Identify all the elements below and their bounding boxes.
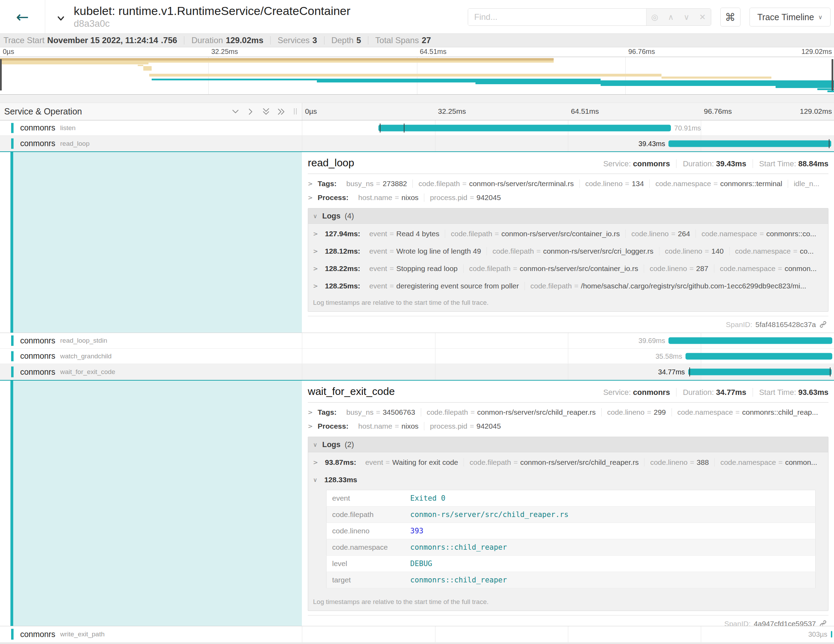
chevron-right-icon: >: [313, 283, 318, 290]
tags-label: Tags:: [318, 180, 336, 188]
span-bar[interactable]: [668, 338, 832, 344]
span-bar[interactable]: [668, 140, 831, 147]
chevron-right-icon: >: [313, 265, 318, 272]
find-input[interactable]: [468, 9, 646, 25]
keyboard-shortcuts-button[interactable]: ⌘: [720, 8, 740, 26]
service-label: Service:: [603, 159, 630, 168]
divider: [270, 36, 271, 45]
log-marker-tick: [380, 123, 380, 133]
span-bar[interactable]: [685, 353, 832, 359]
kv-pair: code.lineno=140: [659, 247, 729, 256]
span-color-bar: [10, 152, 13, 333]
trace-view-label: Trace Timeline: [758, 12, 814, 22]
span-name-cell[interactable]: conmonrsread_loop: [0, 136, 302, 151]
span-detail-wait-for-exit-code: wait_for_exit_code Service: conmonrsDura…: [0, 380, 834, 626]
kv-pair: event=Stopping read loop: [364, 264, 463, 273]
span-detail-title: read_loop: [308, 157, 354, 169]
minimap-span-bar: [143, 66, 152, 71]
span-row-write-exit-path[interactable]: conmonrswrite_exit_path 303µs: [0, 626, 834, 642]
viewport-handle-left[interactable]: [0, 59, 2, 91]
span-row-read-loop-stdin[interactable]: conmonrsread_loop_stdin 39.69ms: [0, 333, 834, 349]
span-bar[interactable]: [688, 369, 832, 375]
logs-accordion-header[interactable]: ∨ Logs (4): [308, 209, 828, 224]
chevron-right-icon: >: [313, 248, 318, 255]
service-value: conmonrs: [633, 159, 670, 168]
span-row-listen[interactable]: conmonrslisten 70.91ms: [0, 120, 834, 136]
trace-timeline-page: ← kubelet: runtime.v1.RuntimeService/Cre…: [0, 0, 834, 644]
copy-link-button[interactable]: [819, 320, 827, 328]
copy-link-button[interactable]: [819, 620, 827, 626]
duration-label: Duration:: [683, 159, 714, 168]
kv-pair: process.pid=942045: [424, 193, 506, 202]
log-entry[interactable]: >93.87ms:event=Waiting for exit codecode…: [308, 454, 828, 471]
column-resize-grip[interactable]: [293, 106, 298, 117]
log-entry[interactable]: >128.12ms:event=Wrote log line of length…: [308, 243, 828, 260]
command-icon: ⌘: [725, 11, 735, 23]
chevron-down-icon: ∨: [313, 441, 317, 448]
span-name-cell[interactable]: conmonrswait_for_exit_code: [0, 364, 302, 380]
span-duration-label: 303µs: [808, 630, 828, 638]
collapse-all-double-chevron-down-icon[interactable]: [261, 107, 271, 117]
kv-pair: event=Wrote log line of length 49: [364, 247, 486, 256]
span-row-watch-grandchild[interactable]: conmonrswatch_grandchild 35.58ms: [0, 349, 834, 364]
log-entry[interactable]: ∨128.33mseventExited 0code.filepathconmo…: [308, 471, 828, 588]
minimap-span-bar: [776, 86, 834, 88]
logs-accordion-header[interactable]: ∨ Logs (2): [308, 437, 828, 452]
expand-one-chevron-right-icon[interactable]: [246, 107, 256, 117]
span-bar[interactable]: [831, 631, 832, 638]
span-name-cell[interactable]: conmonrswatch_grandchild: [0, 349, 302, 364]
duration-value: 34.77ms: [716, 388, 746, 396]
clear-find-icon[interactable]: ✕: [699, 13, 706, 21]
match-focus-icon[interactable]: ◎: [651, 13, 658, 21]
process-accordion[interactable]: > Process: host.name=nixosprocess.pid=94…: [308, 193, 828, 202]
span-timeline-cell: 34.77ms: [302, 364, 834, 380]
log-entry[interactable]: >128.22ms:event=Stopping read loopcode.f…: [308, 260, 828, 277]
log-marker-tick: [689, 367, 690, 377]
total-spans-label: Total Spans: [375, 36, 419, 45]
expand-all-double-chevron-right-icon[interactable]: [276, 107, 286, 117]
duration-label: Duration:: [683, 388, 714, 396]
kv-pair: code.filepath=/home/sascha/.cargo/regist…: [524, 282, 812, 290]
log-marker-tick: [830, 367, 831, 377]
collapse-one-chevron-down-icon[interactable]: [230, 107, 241, 117]
span-duration-label: 70.91ms: [674, 124, 701, 132]
next-match-icon[interactable]: ∨: [684, 13, 689, 21]
link-icon: [819, 320, 827, 328]
logs-box: ∨ Logs (4) >127.94ms:event=Read 4 bytesc…: [308, 208, 828, 312]
prev-match-icon[interactable]: ∧: [668, 13, 674, 21]
trace-view-selector[interactable]: Trace Timeline ∨: [750, 8, 831, 26]
process-label: Process:: [318, 422, 349, 430]
tick-label: 129.02ms: [800, 107, 832, 115]
field-value: 393: [405, 523, 816, 539]
viewport-handle-right[interactable]: [832, 59, 833, 91]
span-color-accent: [11, 138, 14, 149]
kv-pair: code.lineno=264: [626, 230, 696, 238]
span-name-cell[interactable]: conmonrsread_loop_stdin: [0, 333, 302, 348]
span-name-cell[interactable]: conmonrslisten: [0, 120, 302, 135]
minimap-canvas[interactable]: [0, 57, 834, 95]
span-row-wait-for-exit-code[interactable]: conmonrswait_for_exit_code 34.77ms: [0, 364, 834, 380]
process-label: Process:: [318, 193, 349, 202]
divider: [324, 36, 325, 45]
kv-pair: code.filepath=conmon-rs/server/src/cri_l…: [486, 247, 659, 256]
span-bar[interactable]: [378, 125, 671, 131]
back-button[interactable]: ←: [0, 0, 45, 33]
log-entry[interactable]: >128.25ms:event=deregistering event sour…: [308, 277, 828, 294]
kv-pair: idle_n...: [788, 180, 825, 188]
collapse-trace-chevron-icon[interactable]: [56, 14, 66, 24]
duration-value: 129.02ms: [226, 36, 263, 45]
total-spans-value: 27: [422, 36, 431, 45]
tags-label: Tags:: [318, 408, 336, 416]
span-row-read-loop[interactable]: conmonrsread_loop 39.43ms: [0, 136, 834, 152]
process-accordion[interactable]: > Process: host.name=nixosprocess.pid=94…: [308, 422, 828, 430]
span-name-cell[interactable]: conmonrswrite_exit_path: [0, 626, 302, 642]
operation-name: wait_for_exit_code: [60, 368, 115, 376]
top-bar: ← kubelet: runtime.v1.RuntimeService/Cre…: [0, 0, 834, 33]
chevron-down-icon: ∨: [313, 213, 317, 220]
start-time-label: Start Time:: [759, 388, 796, 396]
tags-accordion[interactable]: > Tags: busy_ns=273882code.filepath=conm…: [308, 180, 828, 188]
tags-accordion[interactable]: > Tags: busy_ns=34506763code.filepath=co…: [308, 408, 828, 416]
services-label: Services: [278, 36, 310, 45]
duration-value: 39.43ms: [716, 159, 746, 168]
log-entry[interactable]: >127.94ms:event=Read 4 bytescode.filepat…: [308, 225, 828, 243]
